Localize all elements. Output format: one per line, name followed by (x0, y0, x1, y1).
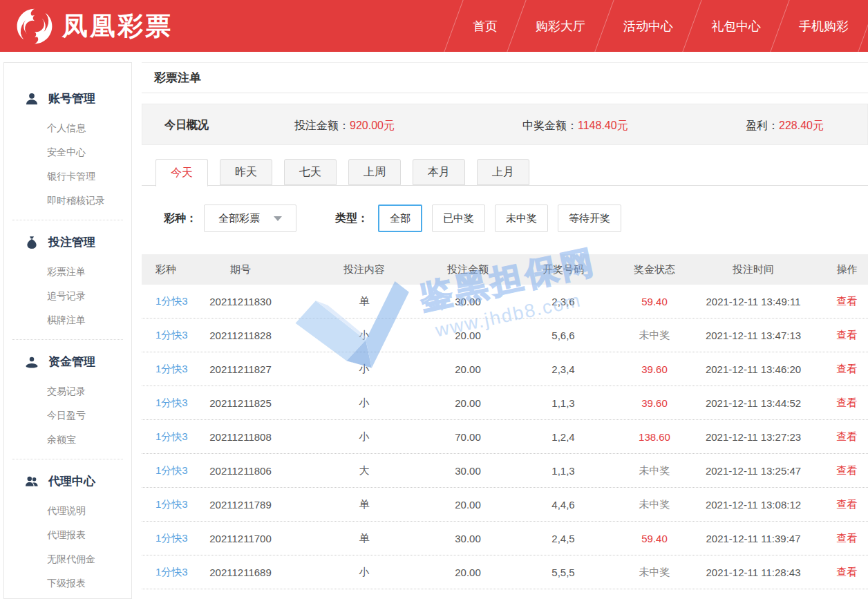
hand-coin-icon (25, 355, 39, 369)
sidebar-item[interactable]: 彩票注单 (4, 260, 131, 284)
content-cell: 小 (291, 566, 437, 579)
tab-last-month[interactable]: 上月 (477, 159, 529, 185)
lottery-cell[interactable]: 1分快3 (142, 329, 190, 342)
nav-item-home[interactable]: 首页 (454, 0, 516, 52)
numbers-cell: 5,5,5 (498, 567, 628, 578)
view-action[interactable]: 查看 (826, 363, 868, 376)
prize-cell: 138.60 (628, 431, 681, 443)
bet-amount-label: 投注金额： (294, 120, 350, 131)
lottery-cell[interactable]: 1分快3 (142, 397, 190, 410)
tab-last-week[interactable]: 上周 (348, 159, 401, 185)
amount-cell: 70.00 (437, 431, 498, 443)
issue-cell: 20211211825 (190, 397, 291, 409)
sidebar-item[interactable]: 余额宝 (4, 428, 131, 452)
sidebar-items: 彩票注单追号记录棋牌注单 (4, 260, 131, 332)
tab-today[interactable]: 今天 (155, 159, 208, 187)
time-cell: 2021-12-11 13:25:47 (681, 465, 826, 477)
view-action[interactable]: 查看 (826, 532, 868, 545)
sidebar-section-agent[interactable]: 代理中心 (4, 466, 131, 496)
sidebar-item[interactable]: 交易记录 (4, 379, 131, 403)
nav-item-activity-center[interactable]: 活动中心 (605, 0, 692, 52)
sidebar-section-funds[interactable]: 资金管理 (4, 347, 131, 377)
prize-cell: 39.60 (628, 397, 681, 409)
sidebar-section-label: 投注管理 (48, 234, 95, 250)
sidebar-item[interactable]: 追号记录 (4, 284, 131, 308)
nav-item-gift-center[interactable]: 礼包中心 (692, 0, 780, 52)
view-action[interactable]: 查看 (826, 566, 868, 579)
numbers-cell: 5,6,6 (498, 330, 628, 341)
tab-seven-days[interactable]: 七天 (284, 159, 337, 185)
lottery-select[interactable]: 全部彩票 (204, 205, 296, 232)
type-filter-won[interactable]: 已中奖 (432, 205, 485, 232)
sidebar-item[interactable]: 即时稽核记录 (4, 189, 131, 213)
top-header: 凤凰彩票 首页购彩大厅活动中心礼包中心手机购彩 (0, 0, 868, 52)
view-action[interactable]: 查看 (826, 295, 868, 308)
type-filter-lost[interactable]: 未中奖 (495, 205, 548, 232)
view-action[interactable]: 查看 (826, 329, 868, 342)
moneybag-icon (25, 236, 39, 249)
view-action[interactable]: 查看 (826, 498, 868, 511)
sidebar-section-label: 资金管理 (48, 354, 95, 370)
tab-this-month[interactable]: 本月 (413, 159, 465, 185)
sidebar-section-betting[interactable]: 投注管理 (4, 227, 131, 257)
time-cell: 2021-12-11 11:39:47 (681, 533, 826, 544)
nav-item-mobile-lottery[interactable]: 手机购彩 (780, 0, 867, 52)
sidebar-item[interactable]: 代理说明 (4, 499, 131, 523)
table-row: 1分快320211211827小20.002,3,439.602021-12-1… (142, 352, 868, 386)
lottery-cell[interactable]: 1分快3 (142, 430, 190, 444)
lottery-cell[interactable]: 1分快3 (142, 363, 190, 376)
view-action[interactable]: 查看 (826, 464, 868, 477)
time-cell: 2021-12-11 13:47:13 (681, 330, 826, 341)
table-row: 1分快320211211828小20.005,6,6未中奖2021-12-11 … (142, 318, 868, 352)
prize-cell: 59.40 (628, 533, 681, 544)
sidebar-item[interactable]: 棋牌注单 (4, 308, 131, 332)
lottery-cell[interactable]: 1分快3 (142, 532, 190, 545)
type-filter-pending[interactable]: 等待开奖 (558, 205, 621, 232)
column-header-6: 投注时间 (681, 263, 826, 276)
numbers-cell: 4,4,6 (498, 499, 628, 511)
filter-bar: 彩种： 全部彩票 类型： 全部已中奖未中奖等待开奖 (142, 205, 868, 232)
sidebar-item[interactable]: 下级开户 (4, 596, 131, 599)
numbers-cell: 1,2,4 (498, 431, 628, 443)
chevron-down-icon (274, 216, 282, 221)
sidebar-items: 交易记录今日盈亏余额宝 (4, 379, 131, 452)
sidebar-item[interactable]: 银行卡管理 (4, 164, 131, 189)
column-header-3: 投注金额 (437, 263, 498, 276)
sidebar-divider (12, 220, 123, 220)
type-filter-all[interactable]: 全部 (378, 205, 422, 232)
amount-cell: 20.00 (437, 330, 498, 341)
content-cell: 小 (291, 329, 437, 342)
tab-yesterday[interactable]: 昨天 (220, 159, 272, 185)
sidebar-item[interactable]: 下级报表 (4, 571, 131, 596)
bets-table: 彩种期号投注内容投注金额开奖号码奖金状态投注时间操作 1分快3202112118… (142, 254, 868, 589)
lottery-cell[interactable]: 1分快3 (142, 566, 190, 579)
sidebar-section-account[interactable]: 账号管理 (4, 84, 131, 113)
phoenix-logo-icon (15, 7, 54, 46)
sidebar-items: 个人信息安全中心银行卡管理即时稽核记录 (4, 116, 131, 213)
profit-stat: 盈利：228.40元 (746, 119, 824, 133)
numbers-cell: 2,4,5 (498, 533, 628, 544)
sidebar-item[interactable]: 今日盈亏 (4, 403, 131, 428)
numbers-cell: 2,3,4 (498, 363, 628, 375)
today-summary-bar: 今日概况 投注金额：920.00元 中奖金额：1148.40元 盈利：228.4… (142, 104, 868, 145)
numbers-cell: 1,1,3 (498, 465, 628, 477)
sidebar-item[interactable]: 安全中心 (4, 140, 131, 164)
lottery-cell[interactable]: 1分快3 (142, 295, 190, 308)
brand-logo[interactable]: 凤凰彩票 (15, 7, 173, 46)
page-title-bar: 彩票注单 (142, 62, 868, 93)
sidebar-item[interactable]: 代理报表 (4, 523, 131, 547)
brand-name: 凤凰彩票 (62, 9, 173, 44)
lottery-select-value: 全部彩票 (218, 212, 260, 225)
nav-item-lottery-hall[interactable]: 购彩大厅 (517, 0, 604, 52)
sidebar-item[interactable]: 个人信息 (4, 116, 131, 140)
issue-cell: 20211211700 (190, 533, 291, 544)
table-row: 1分快320211211830单30.002,3,659.402021-12-1… (142, 285, 868, 318)
view-action[interactable]: 查看 (826, 397, 868, 410)
sidebar-item[interactable]: 无限代佣金 (4, 547, 131, 571)
lottery-cell[interactable]: 1分快3 (142, 498, 190, 511)
page-title: 彩票注单 (154, 70, 201, 86)
view-action[interactable]: 查看 (826, 430, 868, 444)
content-cell: 大 (291, 464, 437, 477)
lottery-cell[interactable]: 1分快3 (142, 464, 190, 477)
content-cell: 小 (291, 363, 437, 376)
